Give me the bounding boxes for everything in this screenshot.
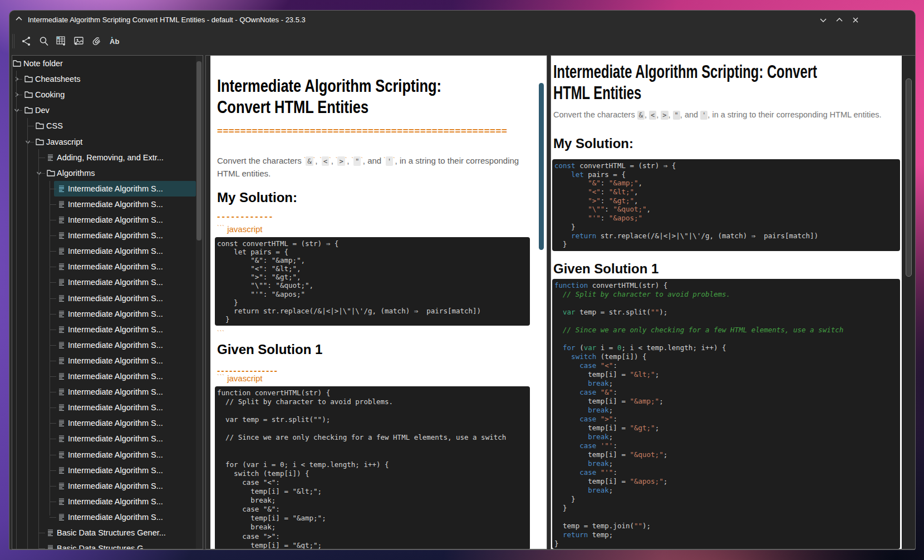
- tree-note-item[interactable]: Intermediate Algorithm S...: [12, 463, 196, 478]
- note-icon: [58, 232, 65, 239]
- tree-note-item[interactable]: Intermediate Algorithm S...: [12, 274, 196, 290]
- tree-guide-stub: [50, 314, 56, 315]
- tree-item-label: Adding, Removing, and Extr...: [57, 150, 195, 165]
- note-icon: [47, 154, 54, 161]
- tree-folder-item[interactable]: Note folder: [12, 56, 196, 71]
- tree-guide-stub: [50, 470, 56, 471]
- tree-note-item[interactable]: Intermediate Algorithm S...: [12, 447, 196, 463]
- tree-note-item[interactable]: Intermediate Algorithm S...: [12, 228, 196, 243]
- inline-code: ": [353, 156, 361, 166]
- tree-expand-arrow-down[interactable]: [25, 139, 31, 145]
- tree-folder-item[interactable]: Algorithms: [12, 165, 196, 181]
- editor-gutter: [206, 56, 210, 549]
- close-button[interactable]: [851, 16, 860, 24]
- tree-guide-stub: [38, 158, 45, 158]
- editor-intro-paragraph: Convert the characters `&`, `<`, `>`, `"…: [217, 154, 537, 179]
- tree-expand-arrow-right[interactable]: [14, 76, 19, 82]
- editor-h2-given-solution: Given Solution 1: [217, 342, 322, 357]
- tree-guide-stub: [50, 267, 56, 267]
- tree-note-item[interactable]: Adding, Removing, and Extr...: [12, 150, 196, 165]
- tree-guide-line: [16, 71, 17, 549]
- note-icon: [58, 294, 65, 302]
- search-icon[interactable]: [38, 35, 51, 48]
- tree-expand-arrow-down[interactable]: [36, 170, 42, 176]
- tree-note-item[interactable]: Intermediate Algorithm S...: [12, 369, 196, 384]
- tree-note-item[interactable]: Intermediate Algorithm S...: [12, 431, 196, 446]
- attachment-icon[interactable]: [91, 35, 104, 48]
- tree-expand-arrow-down[interactable]: [14, 107, 19, 113]
- insert-image-icon[interactable]: [73, 35, 86, 48]
- tree-folder-item[interactable]: Javascript: [12, 134, 196, 150]
- tree-note-item[interactable]: Intermediate Algorithm S...: [12, 353, 196, 369]
- tree-note-item[interactable]: Intermediate Algorithm S...: [12, 322, 196, 337]
- tree-note-item[interactable]: Basic Data Structures Gener...: [12, 525, 196, 541]
- window-shade-icon[interactable]: [15, 15, 23, 23]
- tree-item-label: Intermediate Algorithm S...: [68, 494, 195, 509]
- note-icon: [58, 357, 65, 365]
- tree-note-item[interactable]: Intermediate Algorithm S...: [12, 337, 196, 353]
- tree-note-item[interactable]: Intermediate Algorithm S...: [12, 306, 196, 322]
- sidebar-scrollbar-track[interactable]: [196, 56, 203, 549]
- tree-guide-stub: [50, 392, 56, 392]
- window-title: Intermediate Algorithm Scripting Convert…: [28, 11, 306, 28]
- markdown-editor-panel[interactable]: Intermediate Algorithm Scripting: Conver…: [205, 55, 547, 549]
- folder-icon: [24, 76, 33, 83]
- editor-code-block-1: const convertHTML = (str) ⇒ { let pairs …: [215, 237, 530, 326]
- tree-item-label: Dev: [35, 102, 195, 118]
- toolbar-drag-handle[interactable]: [12, 34, 14, 48]
- tree-note-item[interactable]: Basic Data Structures G...: [12, 541, 196, 549]
- note-icon: [58, 216, 65, 224]
- titlebar[interactable]: Intermediate Algorithm Scripting Convert…: [9, 11, 915, 28]
- workspaces-icon[interactable]: [21, 35, 34, 48]
- tree-note-item[interactable]: Intermediate Algorithm S...: [12, 212, 196, 228]
- tree-guide-stub: [50, 298, 56, 299]
- note-icon: [58, 310, 65, 318]
- tree-folder-item[interactable]: Cooking: [12, 87, 196, 102]
- tree-note-item[interactable]: Intermediate Algorithm S...: [12, 415, 196, 431]
- tree-item-label: Intermediate Algorithm S...: [68, 369, 195, 384]
- format-text-icon[interactable]: Ab: [109, 35, 122, 48]
- tree-guide-line: [50, 181, 50, 515]
- tree-note-item[interactable]: Intermediate Algorithm S...: [12, 384, 196, 400]
- note-icon: [58, 326, 65, 333]
- maximize-button[interactable]: [835, 16, 844, 24]
- tree-note-item[interactable]: Intermediate Algorithm S...: [12, 291, 196, 306]
- tree-note-item[interactable]: Intermediate Algorithm S...: [12, 509, 196, 525]
- editor-scrollbar-thumb[interactable]: [539, 83, 544, 250]
- tree-item-label: Algorithms: [57, 165, 195, 181]
- preview-scrollbar-track[interactable]: [902, 56, 915, 549]
- insert-table-icon[interactable]: [55, 35, 68, 48]
- inline-code: <: [649, 111, 656, 120]
- tree-item-label: Intermediate Algorithm S...: [68, 337, 195, 353]
- tree-guide-stub: [50, 502, 56, 502]
- tree-item-label: Intermediate Algorithm S...: [68, 463, 195, 478]
- note-icon: [58, 498, 65, 505]
- main-toolbar: Ab: [9, 28, 915, 54]
- tree-item-label: Cheatsheets: [35, 71, 195, 87]
- preview-scrollbar-thumb[interactable]: [906, 78, 912, 277]
- tree-guide-stub: [50, 439, 56, 439]
- preview-code-block-2: function convertHTML(str) { // Split by …: [552, 279, 900, 549]
- tree-guide-stub: [50, 251, 56, 252]
- tree-note-item[interactable]: Intermediate Algorithm S...: [12, 197, 196, 212]
- tree-note-item[interactable]: Intermediate Algorithm S...: [12, 181, 196, 197]
- tree-note-item[interactable]: Intermediate Algorithm S...: [12, 478, 196, 494]
- tree-folder-item[interactable]: Cheatsheets: [12, 71, 196, 87]
- tree-note-item[interactable]: Intermediate Algorithm S...: [12, 243, 196, 259]
- tree-note-item[interactable]: Intermediate Algorithm S...: [12, 259, 196, 274]
- tree-guide-stub: [50, 361, 56, 361]
- note-icon: [47, 544, 54, 549]
- sidebar-scrollbar-thumb[interactable]: [196, 61, 201, 240]
- tree-folder-item[interactable]: CSS: [12, 118, 196, 134]
- tree-note-item[interactable]: Intermediate Algorithm S...: [12, 494, 196, 509]
- tree-item-label: Intermediate Algorithm S...: [68, 243, 195, 259]
- tree-note-item[interactable]: Intermediate Algorithm S...: [12, 400, 196, 415]
- tree-folder-item[interactable]: Dev: [12, 102, 196, 118]
- tree-expand-arrow-right[interactable]: [14, 92, 19, 97]
- note-icon: [58, 185, 65, 193]
- minimize-button[interactable]: [819, 16, 828, 24]
- tree-guide-stub: [50, 235, 56, 236]
- tree-guide-stub: [50, 345, 56, 346]
- tree-guide-stub: [50, 330, 56, 330]
- tree-item-label: Intermediate Algorithm S...: [68, 447, 195, 463]
